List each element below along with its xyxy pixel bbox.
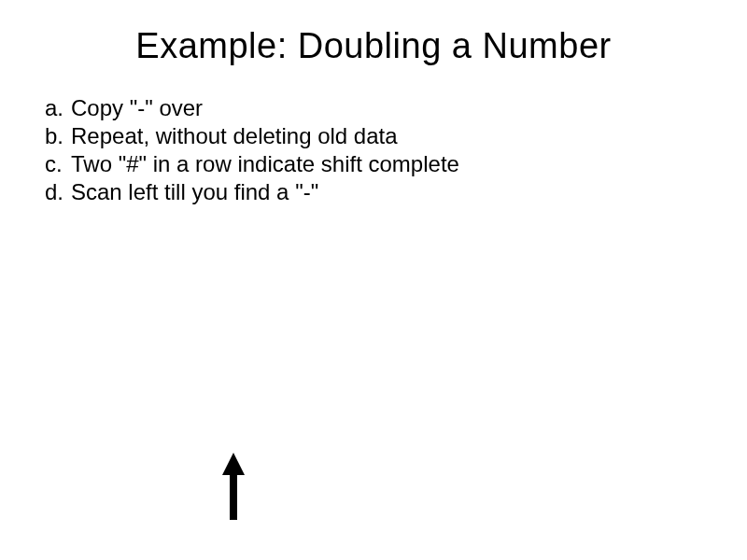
step-label: b. [45, 122, 71, 150]
step-text: Two "#" in a row indicate shift complete [71, 150, 459, 178]
steps-list: a. Copy "-" over b. Repeat, without dele… [0, 94, 747, 206]
step-text: Copy "-" over [71, 94, 203, 122]
step-label: d. [45, 178, 71, 206]
arrow-up-icon [220, 453, 247, 520]
step-text: Scan left till you find a "-" [71, 178, 318, 206]
svg-marker-0 [222, 453, 245, 520]
step-item: a. Copy "-" over [45, 94, 710, 122]
step-item: d. Scan left till you find a "-" [45, 178, 710, 206]
step-label: a. [45, 94, 71, 122]
step-text: Repeat, without deleting old data [71, 122, 398, 150]
slide-title: Example: Doubling a Number [0, 0, 747, 94]
step-item: b. Repeat, without deleting old data [45, 122, 710, 150]
step-item: c. Two "#" in a row indicate shift compl… [45, 150, 710, 178]
step-label: c. [45, 150, 71, 178]
